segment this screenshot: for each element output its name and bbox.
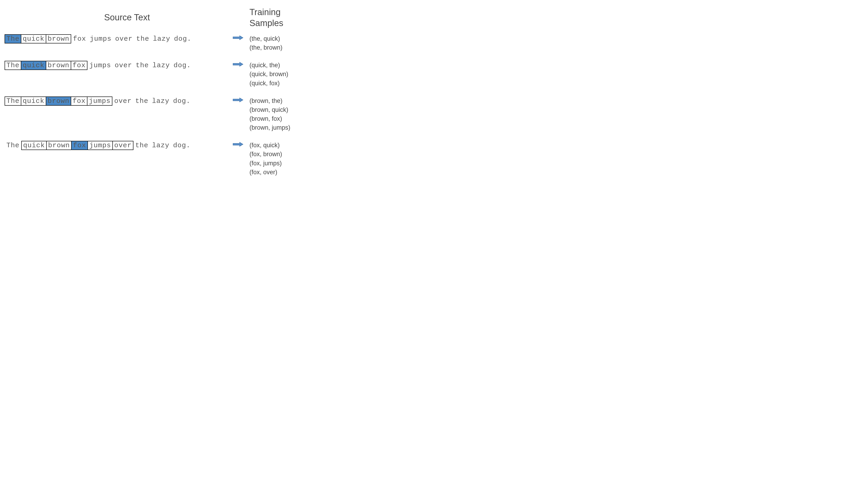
sample-pair: (brown, fox) [249, 114, 332, 123]
training-samples-1: (the, quick) (the, brown) [249, 34, 332, 52]
word-context: quick [21, 34, 46, 43]
word-target: brown [46, 96, 71, 106]
diagram-container: Source Text Training Samples Thequickbro… [4, 7, 334, 177]
word-context: brown [46, 61, 71, 70]
training-samples-4: (fox, quick) (fox, brown) (fox, jumps) (… [249, 141, 332, 177]
training-samples-header: Training Samples [249, 7, 332, 29]
word-plain: the [134, 61, 151, 70]
word-target: quick [21, 61, 46, 70]
sample-pair: (quick, brown) [249, 70, 332, 79]
word-plain: jumps [88, 35, 113, 43]
word-plain: over [113, 61, 134, 70]
word-plain: lazy [151, 35, 172, 43]
arrow-1 [227, 34, 249, 40]
sample-pair: (fox, jumps) [249, 159, 332, 168]
sample-pair: (the, quick) [249, 34, 332, 43]
sample-pair: (brown, the) [249, 96, 332, 105]
source-sentence-2: Thequickbrownfoxjumpsoverthelazydog. [4, 61, 227, 70]
arrow-right-icon [233, 142, 243, 147]
word-context: brown [47, 141, 72, 150]
arrow-4 [227, 141, 249, 147]
sample-pair: (fox, brown) [249, 150, 332, 159]
word-context: The [4, 96, 21, 106]
word-context: brown [46, 34, 71, 43]
word-context: over [113, 141, 134, 150]
arrow-2 [227, 61, 249, 67]
word-target: fox [72, 141, 88, 150]
word-plain: lazy [150, 141, 171, 150]
training-samples-header-line2: Samples [249, 18, 283, 28]
word-context: quick [21, 96, 46, 106]
arrow-right-icon [233, 62, 243, 67]
source-sentence-4: Thequickbrownfoxjumpsoverthelazydog. [4, 141, 227, 150]
word-plain: over [113, 97, 134, 105]
word-plain: The [4, 141, 21, 150]
word-plain: jumps [87, 61, 113, 70]
word-context: jumps [88, 141, 113, 150]
word-context: The [4, 61, 21, 70]
word-plain: fox [71, 35, 88, 43]
word-plain: lazy [151, 61, 172, 70]
word-plain: dog. [171, 141, 192, 150]
sample-pair: (the, brown) [249, 43, 332, 52]
source-sentence-1: Thequickbrownfoxjumpsoverthelazydog. [4, 34, 227, 43]
source-text-header: Source Text [4, 7, 249, 29]
source-sentence-3: Thequickbrownfoxjumpsoverthelazydog. [4, 96, 227, 106]
arrow-3 [227, 96, 249, 103]
word-plain: dog. [171, 97, 192, 105]
training-samples-3: (brown, the) (brown, quick) (brown, fox)… [249, 96, 332, 132]
sample-pair: (brown, jumps) [249, 123, 332, 132]
word-context: quick [21, 141, 47, 150]
word-plain: the [134, 35, 151, 43]
word-plain: lazy [150, 97, 171, 105]
header-row: Source Text Training Samples [4, 7, 334, 29]
word-plain: over [113, 35, 134, 43]
sample-pair: (quick, the) [249, 61, 332, 70]
word-context: fox [71, 61, 87, 70]
example-row-2: Thequickbrownfoxjumpsoverthelazydog. (qu… [4, 61, 334, 88]
word-target: The [4, 34, 21, 43]
word-plain: dog. [172, 61, 193, 70]
word-context: fox [71, 96, 87, 106]
word-plain: dog. [172, 35, 193, 43]
word-plain: the [134, 97, 150, 105]
arrow-right-icon [233, 35, 243, 40]
word-context: jumps [87, 96, 113, 106]
sample-pair: (quick, fox) [249, 79, 332, 88]
training-samples-2: (quick, the) (quick, brown) (quick, fox) [249, 61, 332, 88]
example-row-1: Thequickbrownfoxjumpsoverthelazydog. (th… [4, 34, 334, 52]
arrow-right-icon [233, 97, 243, 103]
sample-pair: (fox, over) [249, 168, 332, 177]
example-row-4: Thequickbrownfoxjumpsoverthelazydog. (fo… [4, 141, 334, 177]
word-plain: the [134, 141, 150, 150]
example-row-3: Thequickbrownfoxjumpsoverthelazydog. (br… [4, 96, 334, 132]
training-samples-header-line1: Training [249, 7, 281, 17]
sample-pair: (brown, quick) [249, 105, 332, 114]
sample-pair: (fox, quick) [249, 141, 332, 150]
